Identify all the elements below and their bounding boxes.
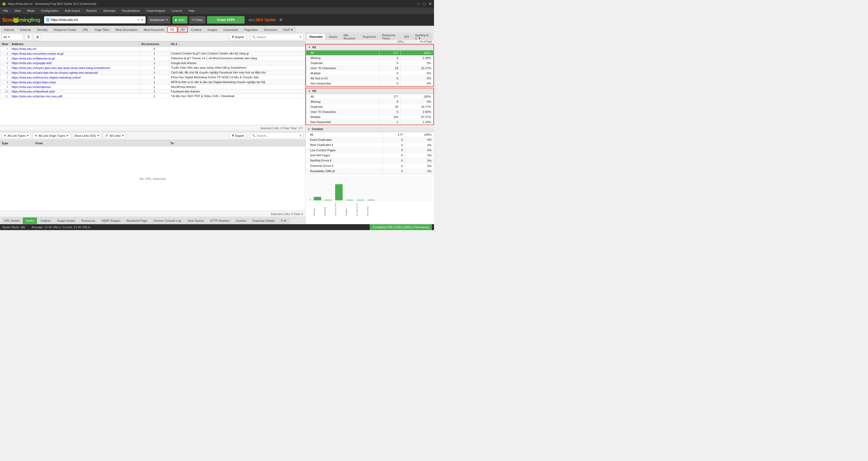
url-input[interactable] <box>51 18 137 22</box>
h2-section-header[interactable]: ▼ H2 <box>306 88 433 94</box>
bottom-tab-inlinks[interactable]: Inlinks <box>23 218 37 224</box>
tab-canonicals[interactable]: Canonicals <box>220 27 241 32</box>
bottom-tab-http-headers[interactable]: HTTP Headers <box>207 218 232 224</box>
menu-view[interactable]: View <box>13 8 22 13</box>
overview-row[interactable]: Near Duplicates ℹ 0 0% <box>306 142 434 148</box>
bottom-tab-serp-snippet[interactable]: SERP Snippet <box>99 218 123 224</box>
overview-row[interactable]: Multiple 155 87.57% <box>306 115 433 120</box>
tab-directives[interactable]: Directives <box>261 27 280 32</box>
link-types-dropdown[interactable]: ▼ All Link Types ▼ <box>2 133 31 139</box>
overview-row[interactable]: Non-Sequential 0 0% <box>306 81 433 86</box>
overview-row[interactable]: Spelling Errors ℹ 0 0% <box>306 158 434 163</box>
grid-view-button[interactable]: ⊞ <box>34 34 41 40</box>
overview-row[interactable]: Multiple 0 0% <box>306 71 433 76</box>
search-input[interactable] <box>257 35 298 39</box>
overview-row[interactable]: Over 70 Characters 5 2.82% <box>306 109 433 115</box>
right-tab-segments[interactable]: Segments <box>360 33 379 39</box>
table-row[interactable]: 1 https://imta.edu.vn/ 0 <box>0 47 305 51</box>
bottom-tab-url-details[interactable]: URL Details <box>1 218 23 224</box>
subdomain-select[interactable]: Subdomain ▼ <box>147 16 170 24</box>
bottom-tab-rendered-page[interactable]: Rendered Page <box>124 218 150 224</box>
menu-visualisations[interactable]: Visualisations <box>121 8 141 13</box>
clear-url-icon[interactable]: ✕ <box>137 18 140 22</box>
table-row[interactable]: 10 https://imta.edu.vn/facebook-ads/ 1 F… <box>0 89 305 94</box>
bottom-tab-more[interactable]: S ▼ <box>278 218 289 224</box>
right-tab-api[interactable]: API <box>401 33 412 39</box>
table-row[interactable]: 6 https://imta.edu.vn/cach-bat-che-do-ch… <box>0 70 305 75</box>
bottom-tab-chrome-console[interactable]: Chrome Console Log <box>150 218 184 224</box>
menu-mode[interactable]: Mode <box>26 8 36 13</box>
right-tab-more[interactable]: Spelling & C ▼ <box>412 33 433 39</box>
bottom-tab-resources[interactable]: Resources <box>78 218 98 224</box>
overview-row[interactable]: Readability Difficult 0 0% <box>306 169 434 174</box>
table-row[interactable]: 2 https://imta.edu.vn/content-creator-la… <box>0 51 305 56</box>
menu-licence[interactable]: Licence <box>171 8 183 13</box>
tab-url[interactable]: URL <box>80 27 91 32</box>
menu-file[interactable]: File <box>2 8 9 13</box>
link-origin-types-dropdown[interactable]: ▼ All Link Origin Types ▼ <box>32 133 70 139</box>
overview-row[interactable]: Missing 0 0% <box>306 99 433 104</box>
clear-button[interactable]: ↺ Clear <box>189 16 206 24</box>
overview-row[interactable]: Duplicate 0 0% <box>306 61 433 66</box>
list-view-button[interactable]: ☰ <box>25 34 32 40</box>
menu-reports[interactable]: Reports <box>86 8 98 13</box>
bottom-tab-view-source[interactable]: View Source <box>184 218 207 224</box>
all-links-dropdown[interactable]: 🔗 All Links ▼ <box>103 133 126 139</box>
tab-pagination[interactable]: Pagination <box>241 27 261 32</box>
link-search-box[interactable]: 🔍 ⊟ <box>250 133 304 139</box>
bottom-tab-image-details[interactable]: Image Details <box>54 218 78 224</box>
link-export-button[interactable]: ⬆ Export <box>229 133 246 139</box>
overview-row[interactable]: All 177 100% <box>306 51 433 56</box>
dropdown-icon[interactable]: ▼ <box>141 18 144 22</box>
tab-meta-keywords[interactable]: Meta Keywords <box>141 27 167 32</box>
table-row[interactable]: 7 https://imta.edu.vn/khoa-hoc-digital-m… <box>0 75 305 80</box>
right-tab-overview[interactable]: Overview <box>307 33 326 39</box>
bottom-tab-cookies[interactable]: Cookies <box>233 218 249 224</box>
filter-all-dropdown[interactable]: All ▼ <box>2 34 23 40</box>
tab-h2[interactable]: H2 <box>178 27 188 32</box>
overview-row[interactable]: All 177 100% <box>306 94 433 99</box>
table-row[interactable]: 4 https://imta.edu.vn/google-ads/ 1 Goog… <box>0 61 305 65</box>
tab-content[interactable]: Content <box>188 27 205 32</box>
menu-sitemaps[interactable]: Sitemaps <box>102 8 117 13</box>
maximize-button[interactable]: □ <box>423 2 426 6</box>
show-links-dropdown[interactable]: Show Links (5/5) ▼ <box>72 133 101 139</box>
tab-hrefl[interactable]: Hrefl ▼ <box>280 27 296 32</box>
export-button[interactable]: ⬆ Export <box>229 34 246 40</box>
settings-icon[interactable]: ⚙ <box>279 18 283 22</box>
right-tab-site-structure[interactable]: Site Structure <box>341 33 360 39</box>
url-bar[interactable]: 🌐 ✕ ▼ <box>44 16 146 24</box>
overview-row[interactable]: Alt Text in H1 0 0% <box>306 76 433 81</box>
overview-row[interactable]: Low Content Pages 0 0% <box>306 148 434 153</box>
menu-crawl-analysis[interactable]: Crawl Analysis <box>145 8 167 13</box>
table-row[interactable]: 8 https://imta.edu.vn/gioi-thieu-imta/ 1… <box>0 80 305 85</box>
table-row[interactable]: 3 https://imta.edu.vn/flatsome-la-gi/ 1 … <box>0 56 305 61</box>
overview-row[interactable]: Grammar Errors ℹ 0 0% <box>306 163 434 169</box>
tab-external[interactable]: External <box>17 27 34 32</box>
menu-help[interactable]: Help <box>188 8 196 13</box>
table-row[interactable]: 9 https://imta.edu.vn/wordpress/ 1 WordP… <box>0 85 305 89</box>
window-controls[interactable]: ─ □ ✕ <box>417 2 432 6</box>
overview-row[interactable]: Duplicate 35 19.77% <box>306 104 433 109</box>
close-button[interactable]: ✕ <box>429 2 432 6</box>
minimize-button[interactable]: ─ <box>417 2 420 6</box>
table-row[interactable]: 11 https://imta.edu.vn/tai-lieu-hoc-seo-… <box>0 94 305 99</box>
right-tab-response-times[interactable]: Response Times <box>379 33 401 39</box>
tab-internal[interactable]: Internal <box>1 27 17 32</box>
search-box[interactable]: 🔍 ⊟ <box>250 34 304 40</box>
tab-images[interactable]: Images <box>205 27 220 32</box>
h1-section-header[interactable]: ▼ H1 <box>306 45 433 50</box>
filter-options-icon[interactable]: ⊟ <box>299 35 302 39</box>
overview-row[interactable]: Missing 4 2.26% <box>306 56 433 61</box>
bottom-tab-duplicate-details[interactable]: Duplicate Details <box>250 218 278 224</box>
tab-meta-description[interactable]: Meta Description <box>113 27 141 32</box>
bottom-tab-outlinks[interactable]: Outlinks <box>37 218 54 224</box>
tab-security[interactable]: Security <box>34 27 51 32</box>
tab-h1[interactable]: H1 <box>167 27 177 32</box>
overview-row[interactable]: Exact Duplicates 0 0% <box>306 137 434 142</box>
right-tab-issues[interactable]: Issues <box>326 33 340 39</box>
menu-bulk-export[interactable]: Bulk Export <box>64 8 81 13</box>
start-button[interactable]: ▶ Start <box>172 16 188 24</box>
tab-response-codes[interactable]: Response Codes <box>51 27 79 32</box>
link-search-input[interactable] <box>257 134 298 137</box>
